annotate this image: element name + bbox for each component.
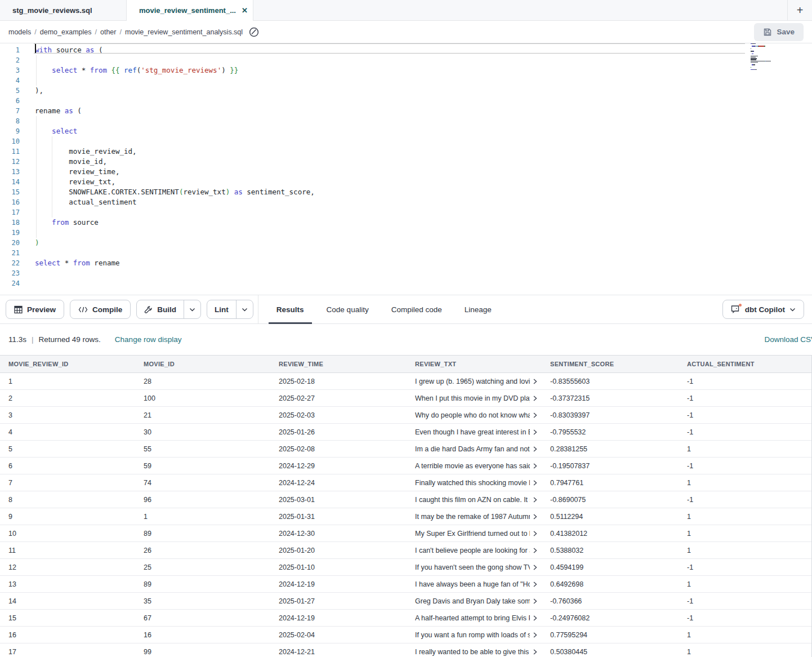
preview-button[interactable]: Preview xyxy=(6,300,64,319)
table-cell: 21 xyxy=(135,411,270,419)
code-line[interactable]: 12 movie_id, xyxy=(0,157,812,167)
table-cell: -0.7955532 xyxy=(542,428,679,436)
column-header-movie_review_id[interactable]: MOVIE_REVIEW_ID xyxy=(0,361,135,367)
column-header-review_txt[interactable]: REVIEW_TXT xyxy=(407,361,542,367)
build-dropdown-button[interactable] xyxy=(184,300,200,318)
results-tab-compiled-code[interactable]: Compiled code xyxy=(382,295,451,324)
line-number: 14 xyxy=(0,177,20,187)
expand-cell-icon[interactable] xyxy=(532,615,538,621)
table-row: 11262025-01-20I can't believe people are… xyxy=(0,542,811,559)
table-cell: 1 xyxy=(135,513,270,521)
results-tab-results[interactable]: Results xyxy=(267,295,313,324)
code-line[interactable]: 2 xyxy=(0,55,812,65)
expand-cell-icon[interactable] xyxy=(532,565,538,570)
table-cell: -1 xyxy=(679,614,812,622)
review-text: It may be the remake of 1987 Autumn'… xyxy=(415,513,530,521)
results-tab-code-quality[interactable]: Code quality xyxy=(318,295,378,324)
code-line[interactable]: 15 SNOWFLAKE.CORTEX.SENTIMENT(review_txt… xyxy=(0,187,812,197)
expand-cell-icon[interactable] xyxy=(532,412,538,418)
code-line[interactable]: 10 xyxy=(0,136,812,147)
code-line[interactable]: 13 review_time, xyxy=(0,167,812,177)
column-header-sentiment_score[interactable]: SENTIMENT_SCORE xyxy=(542,361,679,367)
column-header-movie_id[interactable]: MOVIE_ID xyxy=(135,361,270,367)
expand-cell-icon[interactable] xyxy=(532,463,538,469)
column-header-actual_sentiment[interactable]: ACTUAL_SENTIMENT xyxy=(679,361,812,367)
code-line[interactable]: 22select * from rename xyxy=(0,258,812,268)
dbt-copilot-button[interactable]: dbt Copilot xyxy=(722,300,804,319)
build-button[interactable]: Build xyxy=(137,300,184,318)
code-line[interactable]: 7rename as ( xyxy=(0,106,812,116)
table-cell: -1 xyxy=(679,411,812,419)
code-line[interactable]: 20) xyxy=(0,238,812,248)
expand-cell-icon[interactable] xyxy=(532,649,538,655)
code-line[interactable]: 5), xyxy=(0,86,812,96)
editor-minimap[interactable] xyxy=(751,43,790,73)
breadcrumb-segment[interactable]: demo_examples xyxy=(40,28,92,36)
results-meta-bar: 11.3s | Returned 49 rows. Change row dis… xyxy=(0,324,812,355)
column-header-review_time[interactable]: REVIEW_TIME xyxy=(270,361,407,367)
lint-button[interactable]: Lint xyxy=(207,300,236,318)
expand-cell-icon[interactable] xyxy=(532,548,538,553)
table-cell: 12 xyxy=(0,563,135,571)
code-line[interactable]: 9 select xyxy=(0,126,812,136)
code-line[interactable]: 18 from source xyxy=(0,217,812,228)
close-tab-icon[interactable]: ✕ xyxy=(236,6,248,15)
code-editor[interactable]: 1with source as (23 select * from {{ ref… xyxy=(0,43,812,295)
copilot-notification-dot xyxy=(739,304,742,307)
table-cell: 2025-01-26 xyxy=(270,428,407,436)
table-cell: 0.5112294 xyxy=(542,513,679,521)
expand-cell-icon[interactable] xyxy=(532,514,538,520)
code-line[interactable]: 21 xyxy=(0,248,812,258)
download-csv-link[interactable]: Download CSV xyxy=(764,335,812,344)
lint-dropdown-button[interactable] xyxy=(236,300,253,318)
table-cell: A half-hearted attempt to bring Elvis P… xyxy=(407,614,542,622)
tab-stg-movie-reviews[interactable]: stg_movie_reviews.sql xyxy=(0,0,127,20)
code-line[interactable]: 6 xyxy=(0,96,812,106)
review-text: I grew up (b. 1965) watching and lovin… xyxy=(415,378,530,385)
code-line[interactable]: 19 xyxy=(0,228,812,238)
table-cell: 7 xyxy=(0,479,135,487)
change-row-display-link[interactable]: Change row display xyxy=(115,335,182,344)
code-line[interactable]: 14 review_txt, xyxy=(0,177,812,187)
expand-cell-icon[interactable] xyxy=(532,531,538,536)
code-line[interactable]: 8 xyxy=(0,116,812,126)
tab-movie-review-sentiment[interactable]: movie_review_sentiment_... ✕ xyxy=(127,0,253,20)
code-line[interactable]: 4 xyxy=(0,76,812,86)
table-cell: 1 xyxy=(679,479,812,487)
expand-cell-icon[interactable] xyxy=(532,581,538,587)
compile-button[interactable]: Compile xyxy=(70,300,131,319)
code-line[interactable]: 23 xyxy=(0,268,812,278)
new-tab-button[interactable]: + xyxy=(787,0,812,20)
expand-cell-icon[interactable] xyxy=(532,396,538,401)
action-toolbar: Preview Compile Build Lint ResultsCode q… xyxy=(0,295,812,324)
expand-cell-icon[interactable] xyxy=(532,632,538,638)
table-cell: 1 xyxy=(679,580,812,588)
code-line[interactable]: 11 movie_review_id, xyxy=(0,147,812,157)
expand-cell-icon[interactable] xyxy=(532,379,538,384)
file-header-bar: models/demo_examples/other/movie_review_… xyxy=(0,21,812,43)
preview-label: Preview xyxy=(27,305,56,314)
code-line[interactable]: 24 xyxy=(0,278,812,288)
save-button[interactable]: Save xyxy=(754,23,804,41)
breadcrumb-segment[interactable]: models xyxy=(8,28,31,36)
format-icon[interactable] xyxy=(248,26,260,38)
table-row: 5552025-02-08Im a die hard Dads Army fan… xyxy=(0,441,811,458)
breadcrumb-segment[interactable]: movie_review_sentiment_analysis.sql xyxy=(125,28,243,36)
code-line[interactable]: 3 select * from {{ ref('stg_movie_review… xyxy=(0,65,812,76)
code-line[interactable]: 17 xyxy=(0,207,812,217)
table-cell: I really wanted to be able to give this … xyxy=(407,648,542,656)
expand-cell-icon[interactable] xyxy=(532,598,538,604)
review-text: If you haven't seen the gong show TV s… xyxy=(415,563,530,571)
line-number: 7 xyxy=(0,106,20,116)
expand-cell-icon[interactable] xyxy=(532,429,538,435)
breadcrumb-segment[interactable]: other xyxy=(100,28,117,36)
expand-cell-icon[interactable] xyxy=(532,480,538,486)
table-row: 1282025-02-18I grew up (b. 1965) watchin… xyxy=(0,373,811,390)
expand-cell-icon[interactable] xyxy=(532,446,538,452)
table-row: 912025-01-31It may be the remake of 1987… xyxy=(0,508,811,525)
results-tab-lineage[interactable]: Lineage xyxy=(456,295,501,324)
table-cell: 1 xyxy=(679,631,812,639)
code-line[interactable]: 16 actual_sentiment xyxy=(0,197,812,207)
expand-cell-icon[interactable] xyxy=(532,497,538,503)
table-cell: I grew up (b. 1965) watching and lovin… xyxy=(407,378,542,385)
